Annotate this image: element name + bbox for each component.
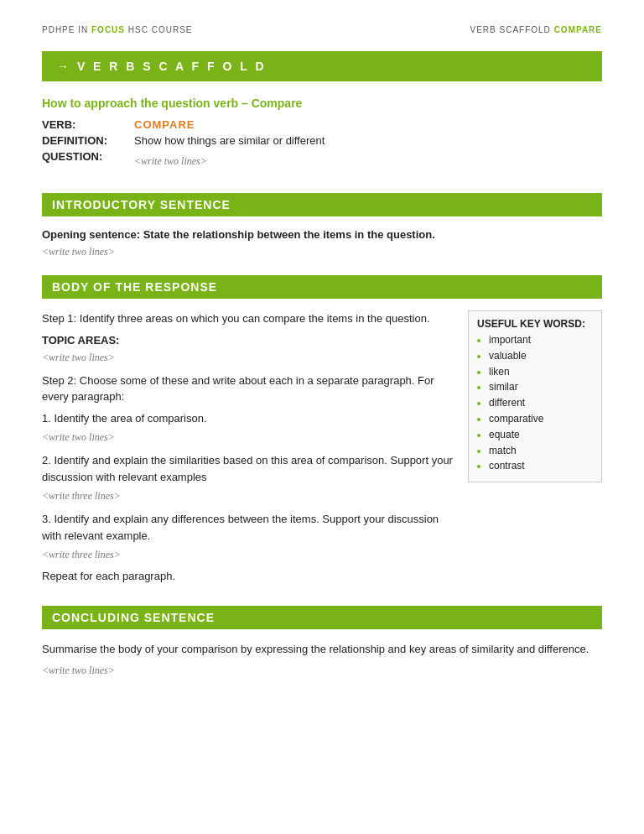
write-three-lines-1: <write three lines>	[42, 490, 454, 503]
question-placeholder: <write two lines>	[134, 155, 207, 168]
question-label: QUESTION:	[42, 150, 134, 176]
verb-row: VERB: COMPARE	[42, 118, 602, 131]
num-3: 3. Identify and explain any differences …	[42, 513, 439, 542]
body-main: Step 1: Identify three areas on which yo…	[42, 310, 454, 589]
question-row: QUESTION: <write two lines>	[42, 150, 602, 176]
topic-write-placeholder: <write two lines>	[42, 352, 454, 364]
num-2: 2. Identify and explain the similarities…	[42, 454, 453, 483]
definition-value: Show how things are similar or different	[134, 134, 325, 147]
sidebar-item-comparative: comparative	[489, 413, 543, 425]
step1-text: Step 1: Identify three areas on which yo…	[42, 310, 454, 327]
repeat-text: Repeat for each paragraph.	[42, 570, 454, 582]
list-item: similar	[489, 380, 593, 394]
intro-sentence-write: <write two lines>	[42, 246, 602, 258]
sidebar-item-contrast: contrast	[489, 460, 525, 472]
banner-text: V E R B S C A F F O L D	[77, 60, 267, 73]
numbered-item-1: 1. Identify the area of comparison.	[42, 410, 454, 427]
sidebar-item-equate: equate	[489, 429, 520, 440]
sidebar-item-valuable: valuable	[489, 350, 527, 362]
useful-key-words-sidebar: USEFUL KEY WORSD: important valuable lik…	[468, 310, 602, 482]
sidebar-item-liken: liken	[489, 366, 510, 378]
page-header: PDHPE IN FOCUS HSC COURSE VERB SCAFFOLD …	[42, 25, 602, 34]
sidebar-list: important valuable liken similar differe…	[489, 333, 593, 473]
verb-block: VERB: COMPARE DEFINITION: Show how thing…	[42, 118, 602, 176]
body-response-title: BODY OF THE RESPONSE	[52, 280, 217, 294]
introductory-sentence-title: INTRODUCTORY SENTENCE	[52, 198, 231, 211]
write-two-lines-1: <write two lines>	[42, 431, 454, 444]
sidebar-item-match: match	[489, 445, 517, 456]
header-right: VERB SCAFFOLD COMPARE	[470, 25, 602, 34]
list-item: contrast	[489, 459, 593, 473]
body-response-bar: BODY OF THE RESPONSE	[42, 275, 602, 299]
write-three-lines-2: <write three lines>	[42, 549, 454, 561]
header-left: PDHPE IN FOCUS HSC COURSE	[42, 25, 192, 34]
concluding-sentence-title: CONCLUDING SENTENCE	[52, 611, 215, 624]
sidebar-item-important: important	[489, 334, 531, 346]
concluding-sentence-content: Summarise the body of your comparison by…	[42, 641, 602, 677]
numbered-item-2: 2. Identify and explain the similarities…	[42, 452, 454, 485]
body-response-content: Step 1: Identify three areas on which yo…	[42, 310, 602, 589]
list-item: valuable	[489, 349, 593, 363]
definition-label: DEFINITION:	[42, 134, 134, 147]
sidebar-item-different: different	[489, 397, 525, 409]
verb-label: VERB:	[42, 118, 134, 131]
list-item: equate	[489, 428, 593, 442]
verb-scaffold-banner: V E R B S C A F F O L D	[42, 51, 602, 81]
introductory-sentence-section: INTRODUCTORY SENTENCE Opening sentence: …	[42, 193, 602, 258]
list-item: comparative	[489, 412, 593, 426]
numbered-item-3: 3. Identify and explain any differences …	[42, 511, 454, 544]
concluding-sentence-section: CONCLUDING SENTENCE Summarise the body o…	[42, 606, 602, 677]
intro-section: How to approach the question verb – Comp…	[42, 96, 602, 176]
summary-text: Summarise the body of your comparison by…	[42, 641, 602, 658]
verb-value: COMPARE	[134, 118, 195, 131]
header-compare: COMPARE	[554, 25, 602, 34]
concluding-write-placeholder: <write two lines>	[42, 665, 602, 677]
body-response-section: BODY OF THE RESPONSE Step 1: Identify th…	[42, 275, 602, 589]
intro-heading: How to approach the question verb – Comp…	[42, 96, 602, 110]
opening-sentence-text: Opening sentence: State the relationship…	[42, 228, 602, 241]
sidebar-title: USEFUL KEY WORSD:	[477, 318, 593, 330]
list-item: different	[489, 396, 593, 410]
list-item: liken	[489, 365, 593, 379]
header-focus: FOCUS	[91, 25, 125, 34]
sidebar-item-similar: similar	[489, 381, 518, 393]
introductory-sentence-bar: INTRODUCTORY SENTENCE	[42, 193, 602, 216]
definition-row: DEFINITION: Show how things are similar …	[42, 134, 602, 147]
list-item: match	[489, 444, 593, 458]
topic-areas-label: TOPIC AREAS:	[42, 334, 454, 347]
num-1: 1. Identify the area of comparison.	[42, 412, 207, 425]
step2-text: Step 2: Choose some of these and write a…	[42, 373, 454, 405]
list-item: important	[489, 333, 593, 347]
introductory-sentence-content: Opening sentence: State the relationship…	[42, 228, 602, 258]
concluding-sentence-bar: CONCLUDING SENTENCE	[42, 606, 602, 629]
